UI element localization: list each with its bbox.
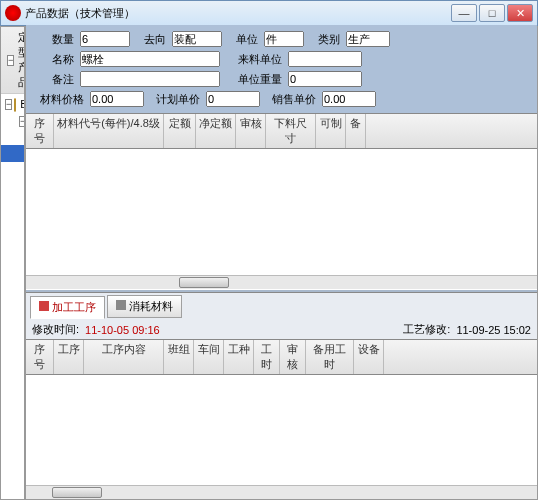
route-label: 去向 <box>136 32 166 47</box>
col-header[interactable]: 序号 <box>26 340 54 374</box>
minimize-button[interactable]: — <box>451 4 477 22</box>
unit-input[interactable] <box>264 31 304 47</box>
tree-node[interactable]: Q100150-110-03 [1]出水嘴 <box>1 179 24 196</box>
note-label: 备注 <box>34 72 74 87</box>
col-header[interactable]: 工序 <box>54 340 84 374</box>
tree-node[interactable]: Q100150-110-13 [3]滤网 <box>1 349 24 366</box>
saleprice-label: 销售单价 <box>266 92 316 107</box>
tabs-row: 加工工序 消耗材料 <box>26 293 537 320</box>
tree-node[interactable]: Q100150-110-07 [1]上叶轮 <box>1 247 24 264</box>
matprice-label: 材料价格 <box>34 92 84 107</box>
tree-node[interactable]: Q100150-110-09 [1]上导叶 <box>1 281 24 298</box>
tree-node[interactable]: Q100150-110-12 [12]双头螺柱 <box>1 332 24 349</box>
tree-node[interactable]: GB/T 41（M16）/4.8 [18]螺 <box>1 400 24 417</box>
tree-node[interactable]: GB5782（M10*30）/4.8级 <box>1 485 24 499</box>
app-icon <box>5 5 21 21</box>
tree-node[interactable]: GB1096-10*8*50 [3]平键 <box>1 417 24 434</box>
tree-node[interactable]: Q100150-110-10 [2]下导叶 <box>1 298 24 315</box>
uw-label: 单位重量 <box>226 72 282 87</box>
type-label: 类别 <box>310 32 340 47</box>
col-header[interactable]: 备用工时 <box>306 340 354 374</box>
grid2-header: 序号工序工序内容班组车间工种工时审核备用工时设备 <box>26 339 537 375</box>
tree-title: 定型产品 <box>18 30 25 90</box>
col-header[interactable]: 下料尺寸 <box>266 114 316 148</box>
grid1-header: 序号材料代号(每件)/4.8级定额净定额审核下料尺寸可制备 <box>26 113 537 149</box>
grid1-body[interactable] <box>26 149 537 289</box>
saleprice-input[interactable] <box>322 91 376 107</box>
folder-icon <box>14 98 16 112</box>
grid2-body[interactable] <box>26 375 537 499</box>
col-header[interactable]: 序号 <box>26 114 54 148</box>
tree-node[interactable]: Q100150-110-05 [1]泵体 <box>1 213 24 230</box>
tree-node[interactable]: Q100150-110-14 [1]出线压盖 <box>1 366 24 383</box>
col-header[interactable]: 工序内容 <box>84 340 164 374</box>
col-header[interactable]: 净定额 <box>196 114 236 148</box>
tree-node[interactable]: − 110kW <box>1 113 24 129</box>
tree-node[interactable]: − BQS100-150/3-110/N [] <box>1 129 24 145</box>
col-header[interactable]: 审核 <box>280 340 306 374</box>
form-panel-real: 数量 去向 单位 类别 名称 来料单位 备注 单位重量 <box>26 25 537 113</box>
col-header[interactable]: 设备 <box>354 340 384 374</box>
col-header[interactable]: 工时 <box>254 340 280 374</box>
col-header[interactable]: 审核 <box>236 114 266 148</box>
name-input[interactable] <box>80 51 220 67</box>
col-header[interactable]: 定额 <box>164 114 196 148</box>
tree-node[interactable]: Q100150-110-11 [1]底座 <box>1 315 24 332</box>
qty-label: 数量 <box>34 32 74 47</box>
name-label: 名称 <box>34 52 74 67</box>
process-icon <box>39 301 49 311</box>
col-header[interactable]: 班组 <box>164 340 194 374</box>
type-input[interactable] <box>346 31 390 47</box>
tree-node-selected[interactable]: GB5782（M12*40）/4.8级 [6] <box>1 145 24 162</box>
tab-process[interactable]: 加工工序 <box>30 296 105 319</box>
tree-node[interactable]: +Q100150-110-02-00 [1]导水套 <box>1 162 24 179</box>
tree-node[interactable]: GB3452.1（530*5.3） [1]O型 <box>1 451 24 468</box>
planprice-label: 计划单价 <box>150 92 200 107</box>
srcunit-input[interactable] <box>288 51 362 67</box>
tab-consume[interactable]: 消耗材料 <box>107 295 182 318</box>
window-title: 产品数据（技术管理） <box>25 6 451 21</box>
tree-pane: − 定型产品 − BQS系列 [1]矿用隔爆型潜水排沙电泵 − 110kW − … <box>0 26 25 500</box>
tree-node[interactable]: Q100150-110-08 [2]下叶轮 <box>1 264 24 281</box>
tree-node[interactable]: GB3452.1（170*5.3） [1]O型 <box>1 434 24 451</box>
tree-node[interactable]: Q100150-110-04 [1]逆止阀 <box>1 196 24 213</box>
col-header[interactable]: 工种 <box>224 340 254 374</box>
col-header[interactable]: 车间 <box>194 340 224 374</box>
uw-input[interactable] <box>288 71 362 87</box>
qty-input[interactable] <box>80 31 130 47</box>
maximize-button[interactable]: □ <box>479 4 505 22</box>
col-header[interactable]: 材料代号(每件)/4.8级 <box>54 114 164 148</box>
rev-label: 工艺修改: <box>403 322 450 337</box>
tree-root[interactable]: − BQS系列 [1]矿用隔爆型潜水排沙电泵 <box>1 96 24 113</box>
col-header[interactable]: 可制 <box>316 114 346 148</box>
product-tree[interactable]: − BQS系列 [1]矿用隔爆型潜水排沙电泵 − 110kW − BQS100-… <box>1 94 24 499</box>
planprice-input[interactable] <box>206 91 260 107</box>
note-input[interactable] <box>80 71 220 87</box>
status-line: 修改时间: 11-10-05 09:16 工艺修改: 11-09-25 15:0… <box>26 320 537 339</box>
collapse-icon[interactable]: − <box>7 55 14 66</box>
tree-node[interactable]: GB3452.1（630*5.3） [1]O型 <box>1 468 24 485</box>
tree-node[interactable]: YBQ-110/4N-01-00 [1]矿用隔 <box>1 383 24 400</box>
grid1-hscroll[interactable] <box>26 275 537 289</box>
mod-label: 修改时间: <box>32 322 79 337</box>
tree-node[interactable]: Q100150-110-06 [2]中段 <box>1 230 24 247</box>
col-header[interactable]: 备 <box>346 114 366 148</box>
expand-icon[interactable]: − <box>5 99 12 110</box>
srcunit-label: 来料单位 <box>226 52 282 67</box>
route-input[interactable] <box>172 31 222 47</box>
grid2-hscroll[interactable] <box>26 485 537 499</box>
mod-value: 11-10-05 09:16 <box>85 324 160 336</box>
close-button[interactable]: ✕ <box>507 4 533 22</box>
rev-value: 11-09-25 15:02 <box>456 324 531 336</box>
expand-icon[interactable]: − <box>19 116 24 127</box>
unit-label: 单位 <box>228 32 258 47</box>
consume-icon <box>116 300 126 310</box>
matprice-input[interactable] <box>90 91 144 107</box>
